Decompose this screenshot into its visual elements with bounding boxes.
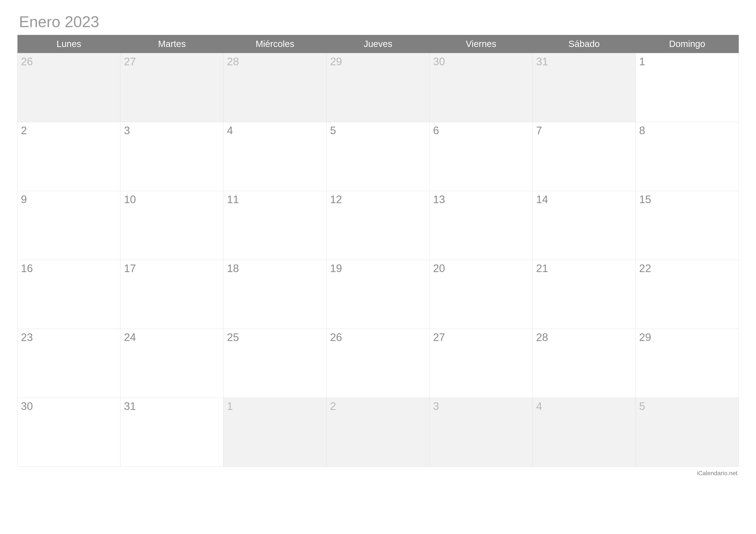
calendar-day-cell: 21: [532, 260, 635, 329]
day-number: 5: [330, 124, 336, 137]
calendar-day-cell: 22: [635, 260, 739, 329]
day-header-sunday: Domingo: [635, 35, 739, 53]
calendar-day-cell: 27: [429, 329, 532, 398]
calendar-header-row: Lunes Martes Miércoles Jueves Viernes Sá…: [17, 35, 739, 53]
calendar-day-cell: 12: [327, 191, 429, 260]
calendar-week-row: 16171819202122: [17, 260, 739, 329]
day-number: 5: [639, 400, 645, 412]
day-number: 3: [124, 124, 130, 137]
calendar-day-cell: 28: [532, 329, 635, 398]
calendar-day-cell: 14: [532, 191, 635, 260]
day-number: 12: [330, 193, 342, 206]
calendar-title: Enero 2023: [17, 13, 739, 31]
day-header-wednesday: Miércoles: [224, 35, 327, 53]
calendar-day-cell: 29: [635, 329, 739, 398]
calendar-day-cell: 4: [224, 122, 327, 191]
day-number: 16: [21, 262, 33, 274]
day-number: 25: [227, 331, 239, 343]
day-number: 2: [330, 400, 336, 412]
calendar-day-cell: 31: [121, 398, 224, 467]
day-number: 4: [227, 124, 233, 137]
day-number: 24: [124, 331, 136, 343]
day-number: 21: [536, 262, 548, 274]
calendar-container: Enero 2023 Lunes Martes Miércoles Jueves…: [17, 13, 739, 477]
calendar-day-cell: 9: [17, 191, 121, 260]
day-number: 28: [536, 331, 548, 343]
day-number: 30: [433, 56, 445, 68]
calendar-day-cell: 1: [224, 398, 327, 467]
day-number: 18: [227, 262, 239, 274]
calendar-day-cell: 8: [635, 122, 739, 191]
calendar-day-cell: 27: [121, 53, 224, 122]
day-header-saturday: Sábado: [532, 35, 635, 53]
calendar-day-cell: 31: [532, 53, 635, 122]
calendar-day-cell: 2: [327, 398, 429, 467]
calendar-day-cell: 30: [17, 398, 121, 467]
day-header-thursday: Jueves: [327, 35, 429, 53]
calendar-day-cell: 28: [224, 53, 327, 122]
calendar-day-cell: 26: [327, 329, 429, 398]
calendar-day-cell: 15: [635, 191, 739, 260]
calendar-week-row: 303112345: [17, 398, 739, 467]
day-number: 1: [639, 56, 645, 68]
day-number: 15: [639, 193, 651, 206]
calendar-day-cell: 10: [121, 191, 224, 260]
day-number: 11: [227, 193, 239, 206]
day-number: 14: [536, 193, 548, 206]
calendar-day-cell: 13: [429, 191, 532, 260]
calendar-day-cell: 5: [327, 122, 429, 191]
day-number: 22: [639, 262, 651, 274]
day-number: 30: [21, 400, 33, 412]
day-number: 27: [124, 56, 136, 68]
day-number: 20: [433, 262, 445, 274]
day-number: 17: [124, 262, 136, 274]
calendar-day-cell: 6: [429, 122, 532, 191]
day-header-friday: Viernes: [429, 35, 532, 53]
calendar-week-row: 2627282930311: [17, 53, 739, 122]
calendar-body: 2627282930311234567891011121314151617181…: [17, 53, 739, 467]
day-header-tuesday: Martes: [121, 35, 224, 53]
day-number: 19: [330, 262, 342, 274]
calendar-day-cell: 3: [121, 122, 224, 191]
day-number: 9: [21, 193, 27, 206]
calendar-day-cell: 26: [17, 53, 121, 122]
calendar-day-cell: 2: [17, 122, 121, 191]
day-number: 31: [536, 56, 548, 68]
day-number: 3: [433, 400, 439, 412]
calendar-day-cell: 7: [532, 122, 635, 191]
calendar-day-cell: 19: [327, 260, 429, 329]
calendar-table: Lunes Martes Miércoles Jueves Viernes Sá…: [17, 35, 739, 467]
calendar-week-row: 2345678: [17, 122, 739, 191]
day-number: 6: [433, 124, 439, 137]
day-number: 28: [227, 56, 239, 68]
day-number: 31: [124, 400, 136, 412]
day-number: 8: [639, 124, 645, 137]
calendar-day-cell: 16: [17, 260, 121, 329]
calendar-week-row: 23242526272829: [17, 329, 739, 398]
day-number: 13: [433, 193, 445, 206]
day-number: 29: [330, 56, 342, 68]
day-number: 1: [227, 400, 233, 412]
calendar-day-cell: 17: [121, 260, 224, 329]
calendar-day-cell: 20: [429, 260, 532, 329]
footer-credit: iCalendario.net: [17, 470, 739, 477]
day-number: 7: [536, 124, 542, 137]
calendar-day-cell: 23: [17, 329, 121, 398]
calendar-day-cell: 25: [224, 329, 327, 398]
day-number: 23: [21, 331, 33, 343]
day-number: 4: [536, 400, 542, 412]
day-number: 10: [124, 193, 136, 206]
calendar-week-row: 9101112131415: [17, 191, 739, 260]
day-number: 27: [433, 331, 445, 343]
day-header-monday: Lunes: [17, 35, 121, 53]
calendar-day-cell: 3: [429, 398, 532, 467]
calendar-day-cell: 4: [532, 398, 635, 467]
calendar-day-cell: 18: [224, 260, 327, 329]
calendar-day-cell: 24: [121, 329, 224, 398]
calendar-day-cell: 1: [635, 53, 739, 122]
calendar-day-cell: 11: [224, 191, 327, 260]
day-number: 2: [21, 124, 27, 137]
calendar-day-cell: 5: [635, 398, 739, 467]
day-number: 26: [330, 331, 342, 343]
day-number: 29: [639, 331, 651, 343]
